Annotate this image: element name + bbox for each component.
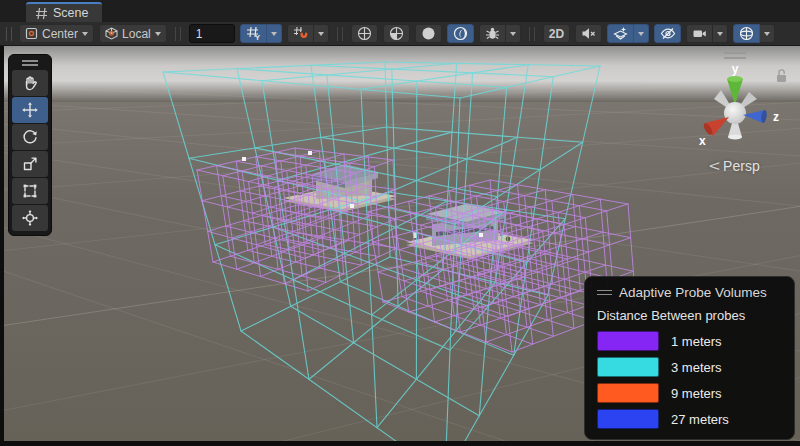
tab-label: Scene (53, 6, 88, 20)
gizmos-button[interactable] (733, 24, 760, 43)
tools-overlay-handle[interactable] (12, 58, 48, 68)
scale-tool-button[interactable] (12, 151, 48, 177)
audio-toggle-button[interactable] (575, 24, 602, 43)
debug-button[interactable] (479, 24, 506, 43)
toolbar-separator (175, 27, 181, 41)
magnet-snap-dropdown[interactable] (314, 24, 329, 43)
projection-chevron-icon: < (709, 157, 720, 174)
scene-visibility-button[interactable] (654, 24, 681, 43)
viewport-frame (0, 46, 4, 446)
rotate-tool-icon (21, 128, 39, 146)
rotate-tool-button[interactable] (12, 124, 48, 150)
legend-label-1m: 1 meters (671, 334, 722, 349)
handle-orientation-button[interactable]: Local (99, 24, 167, 43)
gizmos-sphere-icon (739, 26, 754, 41)
shaded-mode-button[interactable] (415, 24, 442, 43)
debug-dropdown[interactable] (506, 24, 521, 43)
grid-snap-y-icon: Y (246, 26, 261, 41)
dropdown-caret-icon (318, 32, 324, 36)
tab-scene[interactable]: Scene (26, 2, 102, 22)
2d-toggle-button[interactable]: 2D (543, 24, 570, 43)
projection-label: Persp (723, 158, 760, 174)
hand-tool-button[interactable] (12, 70, 48, 96)
camera-group (686, 24, 728, 43)
2d-label: 2D (549, 27, 564, 41)
dropdown-caret-icon (155, 32, 161, 36)
axis-neg-y-base (728, 134, 742, 139)
legend-row: 1 meters (597, 331, 782, 351)
camera-settings-dropdown[interactable] (713, 24, 728, 43)
tab-strip: Scene (0, 0, 800, 22)
legend-row: 3 meters (597, 357, 782, 377)
speaker-muted-icon (581, 26, 596, 41)
cube-icon (105, 27, 118, 40)
debug-group (479, 24, 521, 43)
pivot-mode-label: Center (42, 27, 78, 41)
lock-icon[interactable] (775, 68, 788, 83)
legend-drag-handle[interactable] (597, 290, 612, 296)
solid-circle-icon (421, 26, 436, 41)
legend-label-27m: 27 meters (671, 412, 729, 427)
scene-lighting-button[interactable] (447, 24, 474, 43)
gizmos-dropdown[interactable] (760, 24, 775, 43)
toolbar-drag-handle[interactable] (6, 27, 12, 41)
move-tool-button[interactable] (12, 97, 48, 123)
swatch-3m (597, 357, 659, 377)
axis-z-label[interactable]: z (773, 110, 779, 124)
magnet-snap-button[interactable] (287, 24, 314, 43)
eye-slash-icon (660, 26, 676, 41)
camera-settings-button[interactable] (686, 24, 713, 43)
dropdown-caret-icon (82, 32, 88, 36)
grid-snap-button[interactable]: Y (240, 24, 267, 43)
transform-tool-icon (21, 209, 39, 227)
gizmo-overlay-handle[interactable] (724, 52, 746, 59)
pivot-icon (25, 27, 38, 40)
half-sphere-icon (389, 26, 404, 41)
move-tool-icon (21, 101, 39, 119)
grid-snap-dropdown[interactable] (267, 24, 282, 43)
rect-tool-button[interactable] (12, 178, 48, 204)
tools-overlay (8, 54, 52, 236)
scene-effects-dropdown[interactable] (634, 24, 649, 43)
scene-toolbar: Center Local Y (0, 22, 800, 46)
transform-tool-button[interactable] (12, 205, 48, 231)
rect-tool-icon (21, 182, 39, 200)
pivot-mode-button[interactable]: Center (19, 24, 94, 43)
scale-tool-icon (21, 155, 39, 173)
dropdown-caret-icon (510, 32, 516, 36)
hand-tool-icon (21, 74, 39, 92)
magnet-snap-group (287, 24, 329, 43)
lighting-mode-button[interactable] (383, 24, 410, 43)
unity-scene-window: Scene Center Local (0, 0, 800, 446)
axis-y-cone[interactable] (727, 79, 743, 105)
wire-sphere-icon (357, 26, 372, 41)
snap-increment-input[interactable] (189, 24, 235, 43)
grid-snap-group: Y (240, 24, 282, 43)
dropdown-caret-icon (717, 32, 723, 36)
orientation-gizmo: y x z (685, 59, 785, 155)
swatch-27m (597, 409, 659, 429)
draw-mode-button[interactable] (351, 24, 378, 43)
grid-tab-icon (36, 8, 47, 19)
dropdown-caret-icon (764, 32, 770, 36)
moon-icon (453, 26, 468, 41)
legend-label-9m: 9 meters (671, 386, 722, 401)
svg-text:Y: Y (255, 33, 260, 41)
swatch-9m (597, 383, 659, 403)
legend-row: 9 meters (597, 383, 782, 403)
bug-icon (485, 26, 500, 41)
effects-layers-icon (613, 26, 628, 41)
scene-viewport-canvas[interactable]: y x z (0, 46, 800, 446)
projection-toggle[interactable]: < Persp (710, 157, 759, 174)
axis-y-label[interactable]: y (732, 62, 739, 76)
legend-label-3m: 3 meters (671, 360, 722, 375)
swatch-1m (597, 331, 659, 351)
camera-icon (692, 26, 707, 41)
axis-x-label[interactable]: x (699, 134, 706, 148)
axis-y-base (727, 76, 743, 82)
orientation-gizmo-overlay: y x z (680, 52, 790, 174)
handle-orientation-label: Local (122, 27, 151, 41)
scene-effects-button[interactable] (607, 24, 634, 43)
viewport-frame (0, 441, 800, 446)
gizmo-center-knob[interactable] (724, 102, 746, 124)
